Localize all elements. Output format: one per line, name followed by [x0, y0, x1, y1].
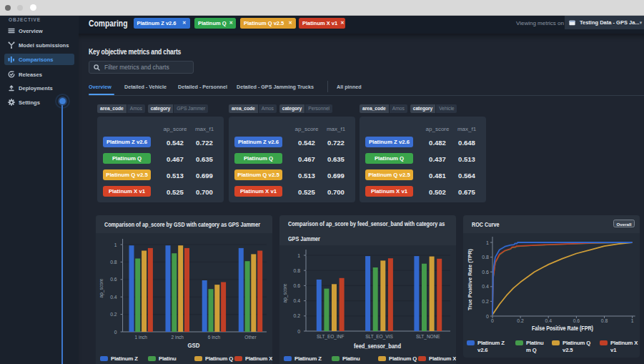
svg-text:0: 0	[491, 318, 494, 323]
svg-text:6 inch: 6 inch	[208, 335, 221, 340]
svg-text:0.4: 0.4	[482, 284, 489, 289]
svg-text:False Positive Rate (FPR): False Positive Rate (FPR)	[532, 325, 593, 332]
svg-text:0.4: 0.4	[545, 318, 552, 323]
svg-text:SLT_NONE: SLT_NONE	[416, 334, 440, 340]
svg-text:1: 1	[297, 253, 300, 258]
svg-text:1: 1	[114, 242, 117, 247]
svg-text:ap_score: ap_score	[98, 279, 104, 298]
svg-text:0.8: 0.8	[110, 260, 117, 265]
svg-text:1: 1	[631, 318, 634, 323]
svg-text:0: 0	[114, 330, 117, 335]
svg-text:0.4: 0.4	[110, 295, 117, 300]
svg-text:0.8: 0.8	[601, 318, 608, 323]
svg-text:SLT_EO_INF: SLT_EO_INF	[317, 334, 345, 340]
svg-text:0: 0	[486, 314, 489, 319]
svg-text:GSD: GSD	[188, 342, 200, 349]
svg-text:0.6: 0.6	[573, 318, 580, 323]
svg-text:0.6: 0.6	[482, 270, 489, 275]
svg-text:ap_score: ap_score	[282, 284, 288, 303]
svg-text:0.2: 0.2	[294, 313, 301, 318]
svg-text:Other: Other	[244, 335, 257, 340]
svg-text:0.6: 0.6	[294, 283, 301, 288]
svg-text:0.8: 0.8	[294, 268, 301, 273]
svg-text:feed_sensor_band: feed_sensor_band	[354, 343, 401, 350]
svg-text:0.8: 0.8	[482, 255, 489, 260]
svg-text:1 inch: 1 inch	[135, 335, 148, 340]
svg-text:SLT_EO_VIS: SLT_EO_VIS	[365, 334, 393, 340]
svg-text:1: 1	[486, 240, 489, 245]
svg-text:0.2: 0.2	[110, 312, 117, 317]
svg-text:0: 0	[297, 329, 300, 334]
svg-text:0.6: 0.6	[110, 277, 117, 282]
svg-text:2 inch: 2 inch	[172, 335, 184, 340]
svg-text:True Positive Rate (TPR): True Positive Rate (TPR)	[467, 249, 473, 310]
svg-text:0.4: 0.4	[294, 298, 301, 303]
svg-text:0.2: 0.2	[517, 318, 524, 323]
svg-text:0.2: 0.2	[482, 299, 489, 304]
